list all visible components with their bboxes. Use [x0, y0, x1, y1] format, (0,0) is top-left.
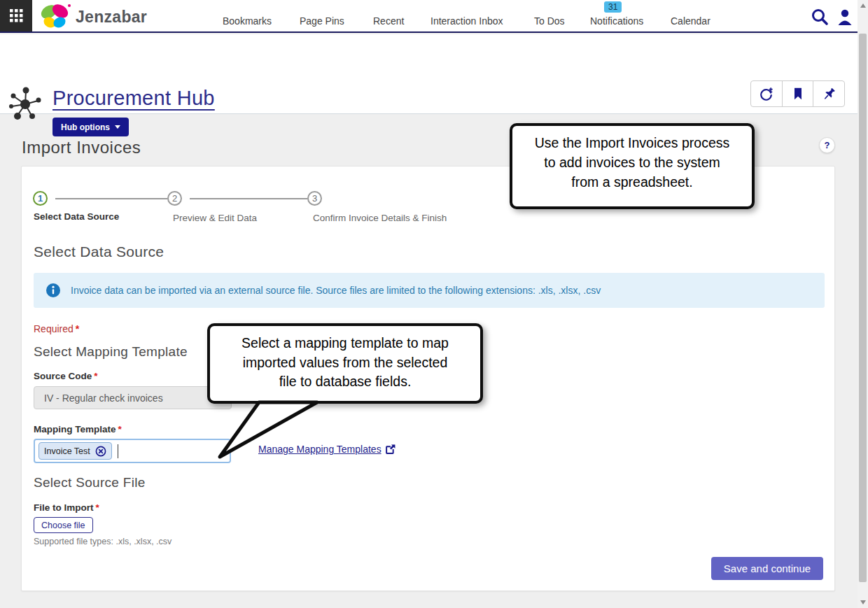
tooltip-line: imported values from the selected [210, 353, 480, 373]
step-1-number: 1 [38, 193, 43, 204]
tooltip-line: Select a mapping template to map [210, 334, 480, 353]
source-code-value: IV - Regular check invoices [44, 393, 163, 404]
nav-item-recent[interactable]: Recent [373, 15, 404, 27]
scroll-down-button[interactable] [858, 597, 868, 608]
jenzabar-logo[interactable]: Jenzabar [39, 3, 147, 31]
app-menu-button[interactable] [0, 0, 32, 31]
step-2-circle: 2 [167, 191, 182, 206]
bookmark-icon [791, 86, 805, 101]
search-icon [811, 8, 829, 26]
supported-file-types: Supported file types: .xls, .xlsx, .csv [34, 537, 172, 546]
chip-remove-button[interactable] [95, 446, 106, 457]
required-label: Required [34, 323, 74, 334]
selected-template-chip: Invoice Test [38, 442, 112, 460]
hub-title-link[interactable]: Procurement Hub [52, 87, 215, 110]
file-to-import-label: File to Import* [34, 502, 99, 513]
info-icon [46, 283, 60, 297]
mapping-template-label-text: Mapping Template [34, 424, 116, 434]
source-code-field: IV - Regular check invoices [34, 386, 232, 409]
info-banner-text: Invoice data can be imported via an exte… [71, 285, 601, 296]
arrow-down-icon [860, 600, 866, 605]
refresh-hub-button[interactable] [751, 81, 782, 106]
scrollbar-thumb[interactable] [859, 34, 867, 582]
tooltip-line: from a spreadsheet. [512, 172, 752, 192]
pin-page-button[interactable] [813, 81, 844, 106]
hub-toolbar [750, 80, 845, 107]
required-asterisk: * [118, 424, 122, 434]
step-1-label: Select Data Source [34, 211, 119, 222]
save-and-continue-button[interactable]: Save and continue [711, 557, 823, 580]
tooltip-line: to add invoices to the system [512, 153, 752, 172]
required-asterisk: * [94, 371, 97, 381]
choose-file-button[interactable]: Choose file [34, 517, 93, 533]
source-code-label: Source Code* [34, 371, 98, 381]
source-code-label-text: Source Code [34, 371, 92, 381]
tooltip-line: file to database fields. [210, 372, 480, 392]
hub-network-icon [7, 85, 43, 125]
butterfly-logo-icon [39, 3, 71, 31]
step-2-number: 2 [172, 193, 177, 204]
step-1-circle: 1 [33, 191, 48, 206]
hub-header: Procurement Hub Hub options [0, 34, 868, 114]
required-asterisk: * [96, 502, 99, 513]
circle-x-icon [95, 446, 106, 457]
step-connector [190, 198, 307, 199]
page-scrollbar[interactable] [858, 0, 868, 608]
help-button[interactable]: ? [819, 137, 835, 153]
account-button[interactable] [836, 8, 854, 29]
file-label-text: File to Import [34, 502, 94, 513]
nav-item-page-pins[interactable]: Page Pins [300, 15, 344, 27]
text-cursor [118, 444, 118, 458]
step-3-label: Confirm Invoice Details & Finish [313, 213, 447, 223]
nav-item-bookmarks[interactable]: Bookmarks [223, 15, 272, 27]
nav-item-notifications[interactable]: Notifications [590, 15, 643, 27]
section-heading-source-file: Select Source File [34, 475, 146, 490]
nav-item-interaction-inbox[interactable]: Interaction Inbox [430, 15, 503, 27]
required-asterisk: * [76, 323, 79, 334]
tooltip-mapping-template: Select a mapping template to map importe… [207, 323, 483, 404]
tooltip-tail [206, 395, 332, 465]
step-3-number: 3 [312, 193, 317, 204]
step-connector [55, 198, 167, 199]
required-legend: Required* [34, 323, 79, 334]
bookmark-page-button[interactable] [782, 81, 813, 106]
scroll-up-button[interactable] [858, 0, 868, 11]
section-heading-data-source: Select Data Source [34, 243, 164, 260]
hub-options-button[interactable]: Hub options [52, 118, 129, 136]
mapping-template-input[interactable]: Invoice Test [34, 439, 231, 463]
pushpin-icon [821, 86, 837, 102]
refresh-add-icon [758, 86, 774, 102]
step-2-label: Preview & Edit Data [173, 213, 257, 223]
tooltip-import-invoices: Use the Import Invoices process to add i… [510, 123, 755, 209]
person-icon [836, 8, 854, 26]
info-banner: Invoice data can be imported via an exte… [34, 273, 825, 308]
notifications-count-badge[interactable]: 31 [604, 1, 622, 13]
chip-label: Invoice Test [44, 446, 90, 456]
nav-item-to-dos[interactable]: To Dos [534, 15, 565, 27]
section-heading-mapping-template: Select Mapping Template [34, 344, 188, 360]
search-button[interactable] [811, 8, 829, 29]
page-title: Import Invoices [22, 138, 141, 157]
arrow-up-icon [860, 3, 866, 8]
question-icon: ? [825, 140, 830, 150]
chevron-down-icon [115, 125, 120, 129]
tooltip-line: Use the Import Invoices process [512, 133, 752, 153]
top-nav-bar: Jenzabar Bookmarks Page Pins Recent Inte… [0, 0, 868, 33]
external-link-icon [385, 444, 396, 455]
waffle-grid-icon [10, 9, 23, 22]
step-3-circle: 3 [307, 191, 322, 206]
hub-options-label: Hub options [61, 122, 110, 132]
brand-wordmark: Jenzabar [76, 8, 147, 27]
nav-item-calendar[interactable]: Calendar [671, 15, 710, 27]
mapping-template-label: Mapping Template* [34, 424, 122, 434]
